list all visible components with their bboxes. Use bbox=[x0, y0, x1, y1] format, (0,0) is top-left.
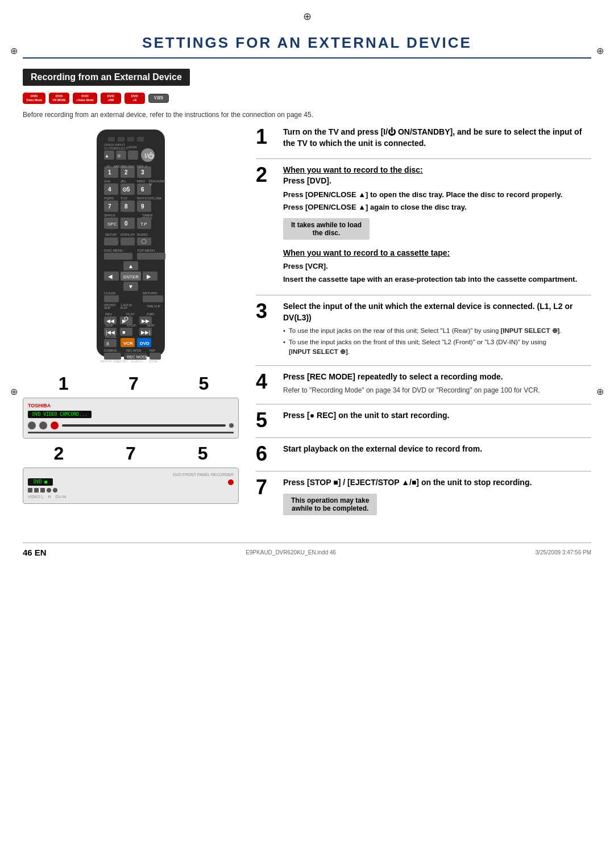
svg-text:SPC: SPC bbox=[107, 222, 117, 227]
reg-mark-left-top: ⊕ bbox=[10, 45, 18, 56]
svg-text:CLOSE: CLOSE bbox=[104, 147, 115, 150]
footer-date: 3/25/2009 3:47:56 PM bbox=[536, 549, 591, 556]
step-2-info-box: It takes awhile to loadthe disc. bbox=[283, 218, 370, 240]
step-1-content: Turn on the TV and press [I/⏻ ON/STANDBY… bbox=[283, 127, 591, 151]
svg-text:DEF: DEF bbox=[128, 165, 135, 168]
bottom-device: DVD FRONT PANEL RECORDER DVD ■ bbox=[23, 468, 239, 504]
btn-c bbox=[40, 488, 45, 493]
svg-rect-2 bbox=[118, 137, 125, 141]
device-numbers-top: 1 7 5 bbox=[23, 373, 239, 394]
svg-text:|◀◀: |◀◀ bbox=[106, 329, 115, 335]
svg-text:REC MODE: REC MODE bbox=[126, 349, 142, 352]
svg-text:REPEAT: REPEAT bbox=[101, 360, 112, 363]
main-content: OPEN CLOSE INPUT SELECT HDMI ▲ ⊕ I/⏻ bbox=[23, 127, 591, 525]
svg-text:SEARCH: SEARCH bbox=[131, 360, 143, 363]
device-track bbox=[62, 424, 226, 427]
svg-rect-62 bbox=[121, 237, 135, 245]
step-7-number: 7 bbox=[256, 477, 279, 498]
svg-text:4: 4 bbox=[108, 186, 111, 193]
svg-text:PLAY: PLAY bbox=[126, 312, 135, 316]
step-1: 1 Turn on the TV and press [I/⏻ ON/STAND… bbox=[256, 127, 591, 151]
left-column: OPEN CLOSE INPUT SELECT HDMI ▲ ⊕ I/⏻ bbox=[23, 127, 239, 525]
step-2-content: When you want to record to the disc: Pre… bbox=[283, 165, 591, 289]
svg-text:▼: ▼ bbox=[128, 283, 134, 290]
svg-text:⊕: ⊕ bbox=[117, 153, 121, 158]
svg-text:II: II bbox=[106, 341, 109, 347]
divider-6 bbox=[256, 471, 591, 471]
svg-text:6: 6 bbox=[141, 186, 144, 193]
svg-text:0: 0 bbox=[125, 220, 128, 227]
svg-text:JKL: JKL bbox=[121, 180, 127, 183]
device-num-1: 1 bbox=[59, 373, 69, 394]
svg-text:▲: ▲ bbox=[128, 263, 134, 269]
device-tape-slot bbox=[28, 432, 234, 433]
badge-dvd-vr: DVDVR MODE bbox=[49, 93, 69, 104]
badge-dvd-plus-rw: DVD+RW bbox=[101, 93, 121, 104]
svg-text:8: 8 bbox=[125, 203, 128, 210]
step-5-content: Press [● REC] on the unit to start recor… bbox=[283, 410, 591, 424]
step-4: 4 Press [REC MODE] repeatedly to select … bbox=[256, 372, 591, 397]
svg-text:TIME SLIP: TIME SLIP bbox=[147, 304, 161, 308]
reg-mark-top: ⊕ bbox=[303, 10, 312, 23]
svg-text:REC MODE: REC MODE bbox=[127, 355, 148, 359]
svg-rect-83 bbox=[143, 295, 163, 302]
device-num-7-bot: 7 bbox=[126, 443, 136, 464]
svg-rect-82 bbox=[104, 295, 119, 302]
svg-rect-118 bbox=[104, 353, 121, 360]
page-number: 46 EN bbox=[23, 548, 47, 557]
footer-filename: E9PKAUD_DVR620KU_EN.indd 46 bbox=[246, 549, 336, 556]
svg-rect-3 bbox=[127, 137, 134, 141]
svg-text:PAUSE: PAUSE bbox=[105, 335, 117, 339]
step-3-bullet-2: To use the input jacks on the front of t… bbox=[283, 337, 591, 357]
step-5-header: Press [● REC] on the unit to start recor… bbox=[283, 410, 591, 422]
divider-1 bbox=[256, 158, 591, 159]
reg-mark-left-mid: ⊕ bbox=[10, 386, 18, 397]
svg-text:TOP MENU: TOP MENU bbox=[137, 249, 155, 252]
svg-text:SAT.LINK: SAT.LINK bbox=[147, 197, 162, 200]
device-button-row bbox=[28, 422, 234, 429]
badge-row: DVDVideo Mode DVDVR MODE DVD+Video Mode … bbox=[23, 93, 591, 104]
svg-text:AUDIO: AUDIO bbox=[137, 233, 148, 236]
svg-rect-64 bbox=[137, 237, 151, 245]
device-btn-2 bbox=[39, 422, 47, 429]
cassette-vcr: Press [VCR]. bbox=[283, 261, 591, 272]
badge-dvd-plus-r: DVD+R bbox=[125, 93, 145, 104]
step-5-number: 5 bbox=[256, 410, 279, 431]
svg-text:GHI: GHI bbox=[104, 180, 110, 183]
svg-text:2: 2 bbox=[125, 169, 128, 176]
device-btn-1 bbox=[28, 422, 36, 429]
svg-text:SETUP: SETUP bbox=[105, 233, 117, 236]
svg-text:REV: REV bbox=[105, 312, 112, 316]
svg-text:REP: REP bbox=[150, 349, 156, 352]
step-6-header: Start playback on the external device to… bbox=[283, 444, 591, 455]
reg-mark-right-top: ⊕ bbox=[596, 45, 604, 56]
svg-text:T.P: T.P bbox=[140, 222, 147, 227]
step-3-header: Select the input of the unit which the e… bbox=[283, 301, 591, 323]
device-illustrations: 1 7 5 TOSHIBA DVD VIDEO CAMCORD... bbox=[23, 373, 239, 504]
svg-text:DUBBING: DUBBING bbox=[104, 349, 117, 352]
badge-vhs: VHS bbox=[148, 94, 169, 103]
svg-rect-4 bbox=[137, 137, 144, 141]
svg-text:WXYZ: WXYZ bbox=[137, 197, 147, 200]
svg-text:■: ■ bbox=[122, 329, 125, 335]
device-btn-rec bbox=[51, 422, 59, 429]
svg-rect-1 bbox=[108, 137, 115, 141]
page-title: SETTINGS FOR AN EXTERNAL DEVICE bbox=[23, 34, 591, 59]
svg-text:3: 3 bbox=[141, 169, 144, 176]
step-2-close-tray: Press [OPEN/CLOSE ▲] again to close the … bbox=[283, 202, 591, 213]
step-4-header: Press [REC MODE] repeatedly to select a … bbox=[283, 372, 591, 383]
step-3-bullet-1: To use the input jacks on the rear of th… bbox=[283, 326, 591, 336]
page-footer: 46 EN E9PKAUD_DVR620KU_EN.indd 46 3/25/2… bbox=[23, 542, 591, 557]
svg-text:7: 7 bbox=[108, 203, 111, 210]
step-3-content: Select the input of the unit which the e… bbox=[283, 301, 591, 358]
badge-dvd-plus-video: DVD+Video Mode bbox=[73, 93, 97, 104]
btn-e bbox=[53, 488, 57, 493]
svg-text:DEF: DEF bbox=[137, 165, 144, 168]
device-display: DVD VIDEO CAMCORD... bbox=[28, 411, 92, 418]
intro-text: Before recording from an external device… bbox=[23, 110, 591, 120]
svg-text:▶▶|: ▶▶| bbox=[141, 329, 150, 335]
step-7-info-box: This operation may takeawhile to be comp… bbox=[283, 494, 377, 515]
svg-rect-121 bbox=[150, 353, 161, 360]
device-num-5-top: 5 bbox=[198, 373, 209, 394]
rec-indicator bbox=[228, 479, 234, 485]
